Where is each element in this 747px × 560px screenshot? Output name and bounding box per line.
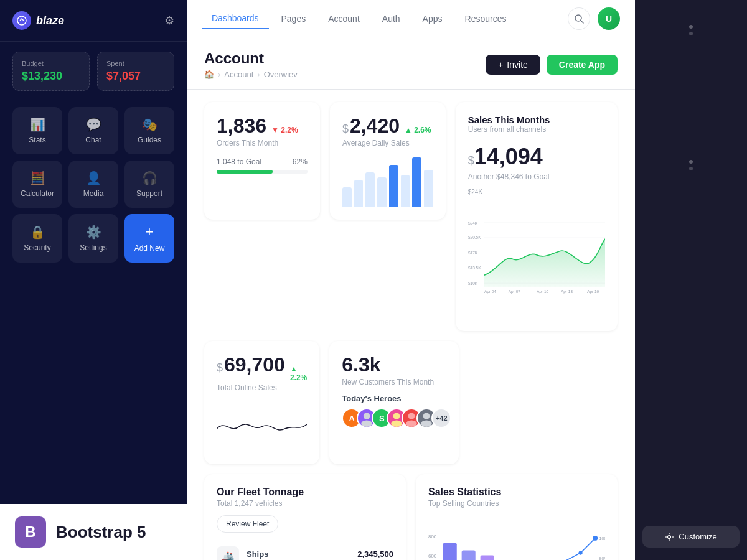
- nav-item-stats[interactable]: 📊 Stats: [12, 107, 62, 154]
- bar-2: [354, 180, 364, 207]
- nav-link-auth[interactable]: Auth: [372, 9, 410, 29]
- svg-text:Apr 13: Apr 13: [561, 289, 573, 294]
- bar-3: [365, 172, 375, 207]
- svg-line-2: [581, 21, 583, 23]
- spent-label: Spent: [106, 60, 165, 67]
- avg-sales-card: $ 2,420 ▲ 2.6% Average Daily Sales: [330, 102, 446, 220]
- bar-4: [377, 177, 387, 207]
- page-actions: + Invite Create App: [486, 55, 618, 75]
- page-header: Account 🏠 › Account › Overwiev + Invite …: [187, 37, 635, 90]
- bootstrap-label: Bootstrap 5: [56, 523, 146, 542]
- bar-8: [424, 170, 433, 207]
- bottom-grid: Our Fleet Tonnage Total 1,247 vehicles R…: [187, 464, 635, 560]
- nav-label-support: Support: [136, 189, 162, 198]
- invite-plus-icon: +: [498, 60, 503, 70]
- svg-point-0: [17, 16, 26, 25]
- progress-text: 1,048 to Goal: [217, 157, 261, 166]
- wavy-chart: [217, 399, 307, 449]
- sales-stats-title: Sales Statistics: [428, 487, 605, 498]
- invite-label: Invite: [507, 60, 527, 70]
- security-icon: 🔒: [30, 225, 45, 240]
- guides-icon: 🎭: [142, 117, 157, 132]
- logo-icon: [12, 11, 31, 30]
- svg-text:Apr 04: Apr 04: [484, 289, 496, 294]
- page-title: Account: [204, 50, 298, 67]
- breadcrumb: 🏠 › Account › Overwiev: [204, 70, 298, 79]
- customize-label: Customize: [679, 532, 716, 541]
- nav-link-dashboards[interactable]: Dashboards: [202, 8, 269, 29]
- orders-card: 1,836 ▼ 2.2% Orders This Month 1,048 to …: [204, 102, 320, 220]
- menu-icon[interactable]: ⚙: [164, 14, 174, 27]
- nav-item-security[interactable]: 🔒 Security: [12, 214, 62, 263]
- ships-icon: 🚢: [217, 546, 239, 560]
- review-fleet-button[interactable]: Review Fleet: [217, 515, 278, 533]
- orders-change: ▼ 2.2%: [271, 126, 298, 134]
- svg-text:800: 800: [428, 534, 437, 539]
- nav-label-settings: Settings: [80, 243, 106, 252]
- bar-5: [389, 165, 398, 207]
- budget-row: Budget $13,230 Spent $7,057: [0, 42, 187, 101]
- nav-item-chat[interactable]: 💬 Chat: [68, 107, 118, 154]
- progress-label-row: 1,048 to Goal 62%: [217, 157, 308, 166]
- online-dollar: $: [217, 362, 223, 375]
- sales-stats-subtitle: Top Selling Countries: [428, 499, 605, 508]
- nav-item-calculator[interactable]: 🧮 Calculator: [12, 161, 62, 208]
- customize-button[interactable]: Customize: [642, 526, 740, 548]
- spent-amount: $7,057: [106, 70, 165, 83]
- progress-fill: [217, 170, 273, 174]
- ships-value-group: 2,345,500 Tons: [357, 549, 393, 561]
- budget-amount: $13,230: [22, 70, 80, 83]
- y-labels: $24K: [468, 189, 605, 195]
- orders-number-row: 1,836 ▼ 2.2%: [217, 114, 308, 138]
- svg-text:$13.5K: $13.5K: [468, 266, 481, 270]
- progress-bar: [217, 170, 308, 174]
- scrollable-content: Account 🏠 › Account › Overwiev + Invite …: [187, 37, 635, 560]
- logo-text: blaze: [36, 14, 64, 27]
- bootstrap-badge: B Bootstrap 5: [0, 504, 187, 560]
- spent-card: Spent $7,057: [97, 52, 174, 91]
- nav-item-guides[interactable]: 🎭 Guides: [125, 107, 174, 154]
- stats-grid: 1,836 ▼ 2.2% Orders This Month 1,048 to …: [187, 90, 635, 331]
- breadcrumb-home-icon: 🏠: [204, 70, 214, 79]
- nav-label-calculator: Calculator: [21, 189, 54, 198]
- nav-item-settings[interactable]: ⚙️ Settings: [68, 214, 118, 263]
- nav-item-add-new[interactable]: + Add New: [125, 214, 174, 263]
- invite-button[interactable]: + Invite: [486, 55, 540, 75]
- nav-item-media[interactable]: 👤 Media: [68, 161, 118, 208]
- svg-rect-32: [481, 556, 494, 561]
- nav-label-chat: Chat: [85, 136, 101, 144]
- panel-dots-mid: [689, 160, 693, 170]
- svg-point-21: [392, 421, 403, 427]
- sales-big-num-row: $ 14,094: [468, 144, 605, 170]
- nav-link-resources[interactable]: Resources: [455, 9, 517, 29]
- orders-number: 1,836: [217, 114, 266, 138]
- svg-text:$24K: $24K: [468, 221, 478, 225]
- line-chart-svg: $24K $20.5K $17K $13.5K $10K: [468, 198, 605, 316]
- nav-label-media: Media: [83, 189, 104, 198]
- heroes-title: Today's Heroes: [342, 394, 446, 403]
- nav-link-apps[interactable]: Apps: [413, 9, 453, 29]
- chat-icon: 💬: [86, 117, 101, 132]
- sidebar-header: blaze ⚙: [0, 0, 187, 42]
- fleet-row-ships: 🚢 Ships 234 Ships 2,345,500 Tons: [217, 540, 393, 560]
- ships-info: Ships 234 Ships: [247, 549, 277, 561]
- online-sales-card: $ 69,700 ▲ 2.2% Total Online Sales: [204, 341, 319, 464]
- svg-point-51: [668, 535, 671, 538]
- svg-point-18: [364, 413, 370, 419]
- nav-link-pages[interactable]: Pages: [271, 9, 316, 29]
- panel-dot-2: [689, 32, 693, 35]
- sales-goal-text: Another $48,346 to Goal: [468, 172, 605, 181]
- nav-grid: 📊 Stats 💬 Chat 🎭 Guides 🧮 Calculator 👤 M…: [0, 101, 187, 269]
- user-avatar[interactable]: U: [598, 7, 620, 30]
- svg-rect-30: [443, 543, 457, 560]
- ships-name: Ships: [247, 549, 277, 559]
- nav-item-support[interactable]: 🎧 Support: [125, 161, 174, 208]
- nav-link-account[interactable]: Account: [318, 9, 370, 29]
- search-button[interactable]: [568, 7, 590, 30]
- support-icon: 🎧: [142, 170, 157, 185]
- bar-1: [342, 187, 352, 207]
- svg-text:600: 600: [428, 553, 437, 559]
- svg-text:80%: 80%: [599, 556, 605, 560]
- create-app-button[interactable]: Create App: [547, 55, 618, 75]
- add-icon: +: [146, 224, 154, 240]
